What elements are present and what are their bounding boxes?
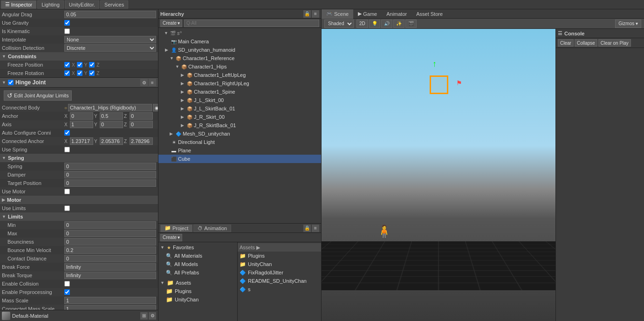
all-prefabs-item[interactable]: 🔍 All Prefabs (158, 268, 237, 277)
freeze-position-y[interactable] (77, 62, 82, 68)
angular-drag-input[interactable] (64, 11, 156, 18)
asset-plugins[interactable]: 📁 Plugins (238, 252, 321, 260)
ca-y-input[interactable] (100, 137, 123, 145)
unitychan-folder-item[interactable]: 📁 UnityChan (158, 295, 237, 304)
bounce-min-velocity-input[interactable] (64, 246, 156, 254)
target-position-input[interactable] (64, 179, 156, 187)
shaded-select[interactable]: Shaded (324, 20, 354, 28)
tab-animation[interactable]: ⏱ Animation (193, 225, 231, 232)
toolbar-light-btn[interactable]: 💡 (369, 20, 380, 28)
gizmos-btn[interactable]: Gizmos ▾ (615, 20, 641, 28)
connected-body-input[interactable] (68, 104, 152, 111)
assets-folder[interactable]: ▼ 📁 Assets (158, 279, 237, 287)
freeze-position-x[interactable] (64, 62, 70, 68)
spring-input[interactable] (64, 163, 156, 170)
hinge-joint-enable[interactable] (8, 80, 14, 85)
tree-scene-root[interactable]: ▼ 🎬 s° (158, 29, 321, 37)
anchor-x-input[interactable] (70, 112, 93, 120)
inspector-gear-btn[interactable]: ⚙ (149, 312, 156, 320)
hinge-joint-menu-btn[interactable]: ≡ (149, 79, 156, 86)
motor-section[interactable]: ▶ Motor (0, 196, 158, 204)
tree-jr-skirtback[interactable]: ▶ 📦 J_R_SkirtBack_01 (158, 121, 321, 130)
anchor-y-input[interactable] (100, 112, 123, 120)
tree-sd-humanoid[interactable]: ▶ 👤 SD_unitychan_humanoid (158, 46, 321, 54)
plugins-folder-item[interactable]: 📁 Plugins (158, 287, 237, 295)
anchor-z-input[interactable] (130, 112, 153, 120)
tree-left-upleg[interactable]: ▶ 📦 Character1_LeftUpLeg (158, 71, 321, 79)
all-materials-item[interactable]: 🔍 All Materials (158, 252, 237, 260)
project-create-btn[interactable]: Create ▾ (160, 234, 182, 241)
tab-project[interactable]: 📁 Project (160, 225, 192, 232)
tree-spine[interactable]: ▶ 📦 Character1_Spine (158, 88, 321, 96)
asset-unitychan[interactable]: 📁 UnityChan (238, 260, 321, 268)
freeze-position-z[interactable] (89, 62, 95, 68)
use-gravity-checkbox[interactable] (64, 20, 70, 26)
use-spring-checkbox[interactable] (64, 147, 70, 152)
tab-services[interactable]: Services (100, 0, 128, 9)
tree-main-camera[interactable]: 📷 Main Camera (158, 37, 321, 46)
limits-section[interactable]: ▼ Limits (0, 212, 158, 221)
toolbar-fx-btn[interactable]: ✨ (393, 20, 404, 28)
use-motor-checkbox[interactable] (64, 189, 70, 194)
connected-mass-scale-input[interactable] (64, 305, 156, 310)
toolbar-audio-btn[interactable]: 🔊 (381, 20, 392, 28)
bounciness-input[interactable] (64, 238, 156, 246)
connected-body-select-btn[interactable]: ◉ (153, 104, 158, 111)
enable-preprocessing-checkbox[interactable] (64, 289, 70, 295)
asset-scene[interactable]: 🔷 s (238, 285, 321, 294)
use-limits-checkbox[interactable] (64, 205, 70, 211)
hier-lock-btn[interactable]: 🔒 (303, 10, 311, 18)
console-clear-on-play-btn[interactable]: Clear on Play (598, 39, 631, 47)
freeze-rotation-y[interactable] (77, 70, 82, 76)
tree-char-reference[interactable]: ▼ 📦 Character1_Reference (158, 54, 321, 62)
freeze-rotation-z[interactable] (89, 70, 95, 76)
tab-lighting[interactable]: Lighting (37, 0, 64, 9)
hinge-joint-settings-btn[interactable]: ⚙ (140, 79, 148, 86)
max-input[interactable] (64, 230, 156, 237)
tab-asset-store[interactable]: Asset Store (411, 9, 447, 19)
tree-jl-skirtback[interactable]: ▶ 📦 J_L_SkirtBack_01 (158, 104, 321, 113)
hier-menu-btn[interactable]: ≡ (312, 10, 319, 18)
tree-plane[interactable]: ▬ Plane (158, 146, 321, 155)
edit-joint-limits-btn[interactable]: ↺ Edit Joint Angular Limits (4, 90, 72, 101)
toolbar-2d-btn[interactable]: 2D (356, 20, 368, 28)
constraints-section[interactable]: ▼ Constraints (0, 52, 158, 61)
axis-y-input[interactable] (100, 121, 123, 128)
min-input[interactable] (64, 221, 156, 229)
ca-z-input[interactable] (130, 137, 153, 145)
is-kinematic-checkbox[interactable] (64, 28, 70, 34)
freeze-rotation-x[interactable] (64, 70, 70, 76)
inspector-settings-btn[interactable]: ⊞ (140, 312, 148, 320)
axis-x-input[interactable] (70, 121, 93, 128)
asset-readme[interactable]: 🔷 README_SD_UnityChan (238, 277, 321, 285)
tab-inspector[interactable]: ☰ Inspector (1, 0, 36, 9)
tab-animator[interactable]: Animator (382, 9, 411, 19)
tree-jl-skirt[interactable]: ▶ 📦 J_L_Skirt_00 (158, 96, 321, 104)
project-lock-btn[interactable]: 🔒 (303, 225, 311, 232)
tab-game[interactable]: ▶ Game (353, 9, 382, 19)
break-force-input[interactable] (64, 263, 156, 271)
tree-dir-light[interactable]: ☀ Directional Light (158, 138, 321, 146)
console-clear-btn[interactable]: Clear (558, 39, 574, 47)
contact-distance-input[interactable] (64, 255, 156, 262)
console-collapse-btn[interactable]: Collapse (575, 39, 597, 47)
collision-detection-select[interactable]: Discrete (64, 44, 156, 52)
tree-mesh-sd[interactable]: ▶ 🔷 Mesh_SD_unitychan (158, 130, 321, 138)
damper-input[interactable] (64, 171, 156, 178)
interpolate-select[interactable]: None (64, 36, 156, 43)
auto-configure-checkbox[interactable] (64, 130, 70, 136)
all-models-item[interactable]: 🔍 All Models (158, 260, 237, 268)
enable-collision-checkbox[interactable] (64, 281, 70, 287)
tab-unity-editor[interactable]: UnityEditor. (65, 0, 99, 9)
scene-view[interactable]: 🧍 ↑ ⚑ (322, 29, 555, 321)
tree-cube[interactable]: ⬛ Cube (158, 155, 321, 163)
hierarchy-search[interactable] (184, 20, 319, 27)
project-menu-btn[interactable]: ≡ (312, 225, 319, 232)
tree-char-hips[interactable]: ▼ 📦 Character1_Hips (158, 62, 321, 71)
tab-scene[interactable]: 🎮 Scene (322, 9, 353, 19)
mass-scale-input[interactable] (64, 297, 156, 304)
hier-create-btn[interactable]: Create ▾ (160, 20, 182, 27)
axis-z-input[interactable] (130, 121, 153, 128)
favorites-folder[interactable]: ▼ ★ Favorites (158, 243, 237, 252)
spring-section[interactable]: ▼ Spring (0, 154, 158, 162)
